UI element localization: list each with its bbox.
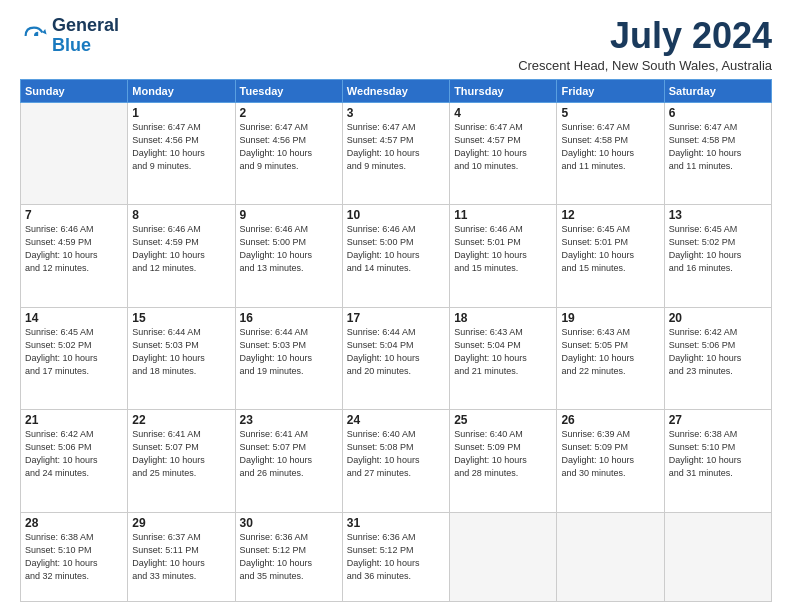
calendar-cell: 6Sunrise: 6:47 AM Sunset: 4:58 PM Daylig…: [664, 102, 771, 204]
day-number: 16: [240, 311, 338, 325]
month-title: July 2024: [518, 16, 772, 56]
header-thursday: Thursday: [450, 79, 557, 102]
day-number: 9: [240, 208, 338, 222]
day-number: 31: [347, 516, 445, 530]
day-info: Sunrise: 6:41 AM Sunset: 5:07 PM Dayligh…: [132, 428, 230, 480]
calendar-cell: 4Sunrise: 6:47 AM Sunset: 4:57 PM Daylig…: [450, 102, 557, 204]
day-number: 6: [669, 106, 767, 120]
calendar-cell: 13Sunrise: 6:45 AM Sunset: 5:02 PM Dayli…: [664, 205, 771, 307]
day-info: Sunrise: 6:42 AM Sunset: 5:06 PM Dayligh…: [669, 326, 767, 378]
calendar-cell: 18Sunrise: 6:43 AM Sunset: 5:04 PM Dayli…: [450, 307, 557, 409]
day-info: Sunrise: 6:43 AM Sunset: 5:05 PM Dayligh…: [561, 326, 659, 378]
day-number: 20: [669, 311, 767, 325]
day-number: 12: [561, 208, 659, 222]
calendar-table: SundayMondayTuesdayWednesdayThursdayFrid…: [20, 79, 772, 602]
svg-marker-1: [42, 29, 46, 35]
header-friday: Friday: [557, 79, 664, 102]
logo-general: General: [52, 15, 119, 35]
calendar-cell: 10Sunrise: 6:46 AM Sunset: 5:00 PM Dayli…: [342, 205, 449, 307]
calendar-cell: 31Sunrise: 6:36 AM Sunset: 5:12 PM Dayli…: [342, 512, 449, 601]
header-saturday: Saturday: [664, 79, 771, 102]
day-number: 11: [454, 208, 552, 222]
calendar-week-1: 7Sunrise: 6:46 AM Sunset: 4:59 PM Daylig…: [21, 205, 772, 307]
header-tuesday: Tuesday: [235, 79, 342, 102]
calendar-cell: 21Sunrise: 6:42 AM Sunset: 5:06 PM Dayli…: [21, 410, 128, 512]
calendar-cell: 3Sunrise: 6:47 AM Sunset: 4:57 PM Daylig…: [342, 102, 449, 204]
day-info: Sunrise: 6:46 AM Sunset: 5:01 PM Dayligh…: [454, 223, 552, 275]
day-info: Sunrise: 6:46 AM Sunset: 5:00 PM Dayligh…: [347, 223, 445, 275]
logo: General Blue: [20, 16, 119, 56]
day-info: Sunrise: 6:37 AM Sunset: 5:11 PM Dayligh…: [132, 531, 230, 583]
day-number: 8: [132, 208, 230, 222]
day-number: 27: [669, 413, 767, 427]
calendar-week-2: 14Sunrise: 6:45 AM Sunset: 5:02 PM Dayli…: [21, 307, 772, 409]
calendar-cell: 5Sunrise: 6:47 AM Sunset: 4:58 PM Daylig…: [557, 102, 664, 204]
day-number: 23: [240, 413, 338, 427]
day-number: 2: [240, 106, 338, 120]
calendar-week-3: 21Sunrise: 6:42 AM Sunset: 5:06 PM Dayli…: [21, 410, 772, 512]
day-number: 28: [25, 516, 123, 530]
calendar-cell: 29Sunrise: 6:37 AM Sunset: 5:11 PM Dayli…: [128, 512, 235, 601]
calendar-cell: 14Sunrise: 6:45 AM Sunset: 5:02 PM Dayli…: [21, 307, 128, 409]
calendar-header-row: SundayMondayTuesdayWednesdayThursdayFrid…: [21, 79, 772, 102]
day-info: Sunrise: 6:47 AM Sunset: 4:58 PM Dayligh…: [669, 121, 767, 173]
calendar-cell: 9Sunrise: 6:46 AM Sunset: 5:00 PM Daylig…: [235, 205, 342, 307]
calendar-cell: [21, 102, 128, 204]
header-sunday: Sunday: [21, 79, 128, 102]
day-number: 3: [347, 106, 445, 120]
calendar-cell: 30Sunrise: 6:36 AM Sunset: 5:12 PM Dayli…: [235, 512, 342, 601]
day-number: 30: [240, 516, 338, 530]
day-number: 26: [561, 413, 659, 427]
day-info: Sunrise: 6:47 AM Sunset: 4:56 PM Dayligh…: [240, 121, 338, 173]
header: General Blue July 2024 Crescent Head, Ne…: [20, 16, 772, 73]
day-info: Sunrise: 6:39 AM Sunset: 5:09 PM Dayligh…: [561, 428, 659, 480]
day-info: Sunrise: 6:45 AM Sunset: 5:01 PM Dayligh…: [561, 223, 659, 275]
day-info: Sunrise: 6:45 AM Sunset: 5:02 PM Dayligh…: [25, 326, 123, 378]
day-number: 15: [132, 311, 230, 325]
location: Crescent Head, New South Wales, Australi…: [518, 58, 772, 73]
calendar-cell: 12Sunrise: 6:45 AM Sunset: 5:01 PM Dayli…: [557, 205, 664, 307]
day-number: 22: [132, 413, 230, 427]
day-number: 29: [132, 516, 230, 530]
day-info: Sunrise: 6:46 AM Sunset: 5:00 PM Dayligh…: [240, 223, 338, 275]
calendar-cell: 27Sunrise: 6:38 AM Sunset: 5:10 PM Dayli…: [664, 410, 771, 512]
calendar-cell: 17Sunrise: 6:44 AM Sunset: 5:04 PM Dayli…: [342, 307, 449, 409]
day-number: 5: [561, 106, 659, 120]
calendar-cell: 7Sunrise: 6:46 AM Sunset: 4:59 PM Daylig…: [21, 205, 128, 307]
calendar-cell: [450, 512, 557, 601]
logo-icon: [20, 22, 48, 50]
day-number: 13: [669, 208, 767, 222]
calendar-cell: 1Sunrise: 6:47 AM Sunset: 4:56 PM Daylig…: [128, 102, 235, 204]
day-number: 10: [347, 208, 445, 222]
day-info: Sunrise: 6:44 AM Sunset: 5:03 PM Dayligh…: [240, 326, 338, 378]
day-info: Sunrise: 6:36 AM Sunset: 5:12 PM Dayligh…: [240, 531, 338, 583]
calendar-cell: 11Sunrise: 6:46 AM Sunset: 5:01 PM Dayli…: [450, 205, 557, 307]
day-info: Sunrise: 6:42 AM Sunset: 5:06 PM Dayligh…: [25, 428, 123, 480]
day-number: 25: [454, 413, 552, 427]
calendar-cell: [557, 512, 664, 601]
day-info: Sunrise: 6:46 AM Sunset: 4:59 PM Dayligh…: [132, 223, 230, 275]
calendar-cell: 26Sunrise: 6:39 AM Sunset: 5:09 PM Dayli…: [557, 410, 664, 512]
calendar-week-4: 28Sunrise: 6:38 AM Sunset: 5:10 PM Dayli…: [21, 512, 772, 601]
calendar-cell: 22Sunrise: 6:41 AM Sunset: 5:07 PM Dayli…: [128, 410, 235, 512]
logo-blue: Blue: [52, 35, 91, 55]
day-info: Sunrise: 6:45 AM Sunset: 5:02 PM Dayligh…: [669, 223, 767, 275]
calendar-cell: 23Sunrise: 6:41 AM Sunset: 5:07 PM Dayli…: [235, 410, 342, 512]
calendar-cell: 19Sunrise: 6:43 AM Sunset: 5:05 PM Dayli…: [557, 307, 664, 409]
day-number: 19: [561, 311, 659, 325]
title-block: July 2024 Crescent Head, New South Wales…: [518, 16, 772, 73]
day-info: Sunrise: 6:44 AM Sunset: 5:04 PM Dayligh…: [347, 326, 445, 378]
calendar-cell: 24Sunrise: 6:40 AM Sunset: 5:08 PM Dayli…: [342, 410, 449, 512]
day-info: Sunrise: 6:41 AM Sunset: 5:07 PM Dayligh…: [240, 428, 338, 480]
calendar-cell: 8Sunrise: 6:46 AM Sunset: 4:59 PM Daylig…: [128, 205, 235, 307]
day-info: Sunrise: 6:36 AM Sunset: 5:12 PM Dayligh…: [347, 531, 445, 583]
calendar-cell: 25Sunrise: 6:40 AM Sunset: 5:09 PM Dayli…: [450, 410, 557, 512]
calendar-cell: 28Sunrise: 6:38 AM Sunset: 5:10 PM Dayli…: [21, 512, 128, 601]
day-number: 4: [454, 106, 552, 120]
day-info: Sunrise: 6:47 AM Sunset: 4:57 PM Dayligh…: [347, 121, 445, 173]
calendar-cell: [664, 512, 771, 601]
day-info: Sunrise: 6:46 AM Sunset: 4:59 PM Dayligh…: [25, 223, 123, 275]
day-number: 14: [25, 311, 123, 325]
day-info: Sunrise: 6:47 AM Sunset: 4:58 PM Dayligh…: [561, 121, 659, 173]
day-info: Sunrise: 6:47 AM Sunset: 4:56 PM Dayligh…: [132, 121, 230, 173]
